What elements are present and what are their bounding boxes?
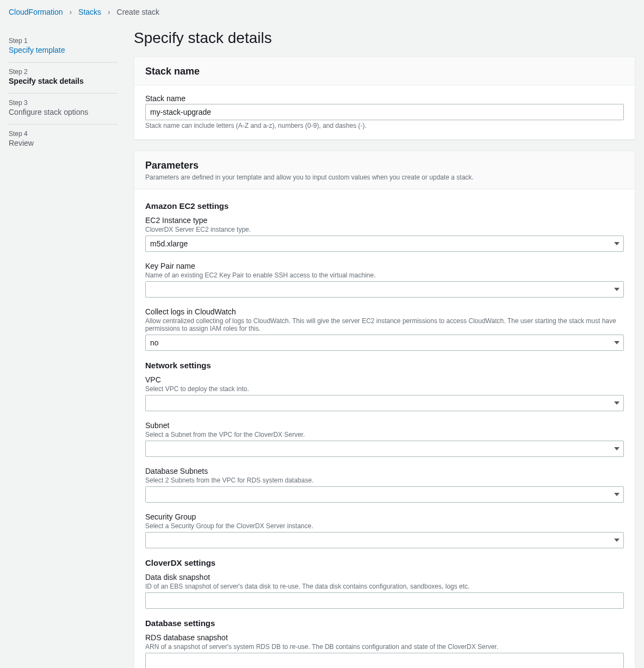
chevron-right-icon: ›: [108, 8, 110, 16]
instance-type-label: EC2 Instance type: [145, 216, 624, 225]
step-number: Step 1: [9, 37, 117, 45]
panel-subheading: Parameters are defined in your template …: [145, 174, 624, 181]
vpc-label: VPC: [145, 375, 624, 384]
chevron-down-icon: [614, 539, 620, 542]
db-subnets-hint: Select 2 Subnets from the VPC for RDS sy…: [145, 477, 624, 484]
chevron-down-icon: [614, 493, 620, 496]
wizard-step-2: Step 2 Specify stack details: [9, 63, 117, 94]
step-title: Review: [9, 139, 117, 147]
instance-type-hint: CloverDX Server EC2 instance type.: [145, 226, 624, 233]
rds-snapshot-input[interactable]: [145, 653, 624, 668]
wizard-steps: Step 1 Specify template Step 2 Specify s…: [9, 26, 134, 668]
breadcrumb: CloudFormation › Stacks › Create stack: [0, 0, 644, 21]
instance-type-select[interactable]: m5d.xlarge: [145, 236, 624, 252]
page-title: Specify stack details: [134, 29, 635, 47]
subnet-hint: Select a Subnet from the VPC for the Clo…: [145, 431, 624, 438]
step-number: Step 4: [9, 130, 117, 138]
subnet-select[interactable]: [145, 441, 624, 457]
keypair-hint: Name of an existing EC2 Key Pair to enab…: [145, 271, 624, 279]
rds-snapshot-label: RDS database snapshot: [145, 633, 624, 642]
database-section-heading: Database settings: [145, 618, 624, 628]
chevron-down-icon: [614, 288, 620, 291]
chevron-down-icon: [614, 401, 620, 405]
cloudwatch-select[interactable]: no: [145, 335, 624, 351]
db-subnets-label: Database Subnets: [145, 467, 624, 475]
security-group-select[interactable]: [145, 532, 624, 548]
panel-heading: Stack name: [145, 66, 624, 77]
panel-heading: Parameters: [145, 160, 624, 171]
wizard-step-3: Step 3 Configure stack options: [9, 94, 117, 125]
breadcrumb-stacks[interactable]: Stacks: [78, 8, 101, 16]
keypair-label: Key Pair name: [145, 262, 624, 270]
cloverdx-section-heading: CloverDX settings: [145, 558, 624, 567]
db-subnets-select[interactable]: [145, 486, 624, 503]
keypair-select[interactable]: [145, 281, 624, 298]
step-title: Specify stack details: [9, 77, 117, 85]
step-number: Step 2: [9, 68, 117, 76]
data-disk-hint: ID of an EBS snapshot of server's data d…: [145, 583, 624, 590]
step-title: Configure stack options: [9, 108, 117, 116]
cloudwatch-hint: Allow centralized collecting of logs to …: [145, 317, 624, 332]
security-group-hint: Select a Security Group for the CloverDX…: [145, 522, 624, 530]
wizard-step-4: Step 4 Review: [9, 125, 117, 155]
ec2-section-heading: Amazon EC2 settings: [145, 201, 624, 211]
vpc-hint: Select VPC to deploy the stack into.: [145, 385, 624, 393]
cloudwatch-label: Collect logs in CloudWatch: [145, 307, 624, 316]
data-disk-label: Data disk snapshot: [145, 573, 624, 582]
stack-name-panel: Stack name Stack name Stack name can inc…: [134, 57, 635, 140]
chevron-down-icon: [614, 242, 620, 245]
chevron-right-icon: ›: [70, 8, 72, 16]
breadcrumb-current: Create stack: [117, 8, 160, 16]
chevron-down-icon: [614, 341, 620, 344]
stack-name-hint: Stack name can include letters (A-Z and …: [145, 122, 624, 129]
vpc-select[interactable]: [145, 395, 624, 411]
stack-name-input[interactable]: [145, 104, 624, 120]
security-group-label: Security Group: [145, 512, 624, 521]
step-number: Step 3: [9, 99, 117, 107]
parameters-panel: Parameters Parameters are defined in you…: [134, 151, 635, 668]
step-title[interactable]: Specify template: [9, 46, 117, 54]
network-section-heading: Network settings: [145, 361, 624, 370]
breadcrumb-root[interactable]: CloudFormation: [9, 8, 63, 16]
data-disk-input[interactable]: [145, 592, 624, 609]
wizard-step-1[interactable]: Step 1 Specify template: [9, 32, 117, 63]
rds-snapshot-hint: ARN of a snapshot of server's system RDS…: [145, 643, 624, 651]
subnet-label: Subnet: [145, 421, 624, 430]
stack-name-label: Stack name: [145, 94, 624, 103]
chevron-down-icon: [614, 447, 620, 450]
